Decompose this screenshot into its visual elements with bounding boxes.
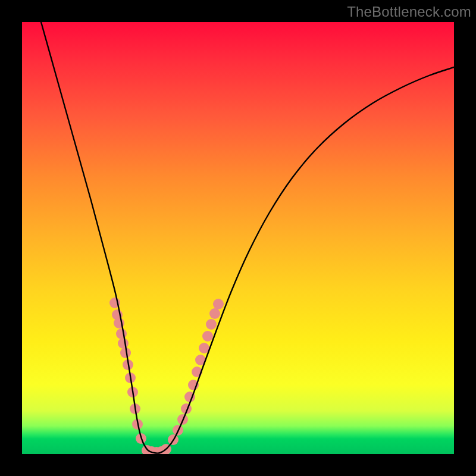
- chart-frame: TheBottleneck.com: [0, 0, 476, 476]
- watermark-text: TheBottleneck.com: [347, 4, 471, 20]
- highlight-dot: [209, 308, 220, 319]
- chart-svg: [22, 22, 454, 454]
- plot-area: [22, 22, 454, 454]
- highlight-dot: [202, 331, 213, 342]
- bottleneck-curve: [41, 22, 454, 453]
- highlight-dot: [206, 319, 217, 330]
- marker-layer: [109, 298, 224, 454]
- highlight-dot: [118, 338, 129, 349]
- highlight-dot: [213, 299, 224, 309]
- highlight-dot: [116, 328, 127, 339]
